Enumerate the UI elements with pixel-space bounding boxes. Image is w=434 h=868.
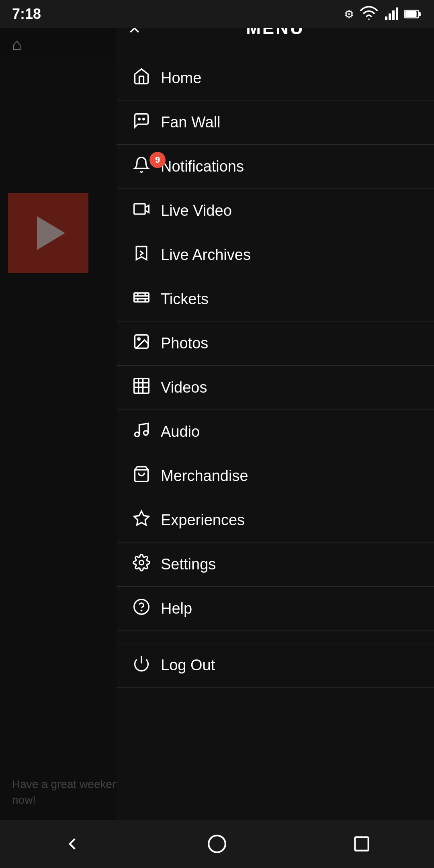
home-button[interactable] (193, 828, 241, 860)
menu-item-experiences[interactable]: Experiences (117, 498, 434, 542)
status-icons: ⚙ (344, 5, 422, 23)
menu-item-help-label: Help (161, 600, 192, 617)
svg-point-30 (134, 600, 149, 614)
svg-rect-20 (134, 379, 149, 393)
home-icon (133, 68, 161, 89)
menu-item-help[interactable]: Help (117, 587, 434, 631)
menu-item-live-archives-label: Live Archives (161, 246, 251, 264)
svg-rect-11 (134, 293, 149, 302)
menu-item-live-video-label: Live Video (161, 202, 232, 219)
menu-item-home[interactable]: Home (117, 56, 434, 100)
menu-item-merchandise[interactable]: Merchandise (117, 454, 434, 498)
fan-wall-icon (133, 112, 161, 133)
menu-item-logout[interactable]: Log Out (117, 643, 434, 688)
help-icon (133, 598, 161, 619)
menu-item-notifications[interactable]: 9 Notifications (117, 145, 434, 189)
menu-item-experiences-label: Experiences (161, 512, 245, 529)
menu-item-audio-label: Audio (161, 423, 200, 440)
svg-point-8 (143, 119, 145, 120)
settings-menu-icon (133, 554, 161, 575)
audio-icon (133, 421, 161, 442)
back-button[interactable] (48, 828, 96, 860)
power-icon (133, 655, 161, 676)
svg-rect-5 (419, 12, 421, 16)
menu-item-tickets-label: Tickets (161, 291, 209, 308)
signal-icon (384, 7, 398, 21)
status-time: 7:18 (12, 6, 41, 23)
svg-rect-34 (355, 837, 368, 850)
menu-item-home-label: Home (161, 70, 201, 87)
svg-rect-1 (389, 14, 391, 20)
battery-icon (404, 8, 422, 20)
svg-rect-2 (392, 10, 395, 20)
svg-point-7 (139, 119, 140, 120)
menu-item-merchandise-label: Merchandise (161, 467, 248, 485)
menu-item-photos-label: Photos (161, 335, 208, 352)
menu-item-settings[interactable]: Settings (117, 542, 434, 587)
svg-point-19 (138, 338, 140, 340)
wifi-icon (360, 5, 378, 23)
menu-items-list: Home Fan Wall 9 Notifications (117, 56, 434, 631)
svg-point-25 (135, 432, 139, 437)
svg-rect-0 (385, 16, 387, 20)
menu-item-videos[interactable]: Videos (117, 366, 434, 410)
menu-item-photos[interactable]: Photos (117, 321, 434, 366)
menu-item-settings-label: Settings (161, 556, 216, 573)
menu-item-fan-wall-label: Fan Wall (161, 114, 221, 131)
svg-rect-6 (405, 11, 416, 17)
menu-item-notifications-label: Notifications (161, 158, 244, 175)
svg-rect-3 (396, 8, 398, 20)
svg-marker-28 (134, 511, 149, 525)
menu-item-fan-wall[interactable]: Fan Wall (117, 100, 434, 145)
svg-rect-9 (134, 204, 145, 214)
svg-point-29 (139, 561, 144, 565)
menu-item-live-video[interactable]: Live Video (117, 189, 434, 233)
svg-point-26 (144, 431, 148, 435)
status-bar: 7:18 ⚙ (0, 0, 434, 28)
settings-status-icon: ⚙ (344, 8, 354, 21)
tickets-icon (133, 289, 161, 310)
menu-item-tickets[interactable]: Tickets (117, 277, 434, 321)
svg-point-33 (209, 835, 225, 852)
notification-badge: 9 (149, 152, 166, 168)
menu-item-logout-label: Log Out (161, 657, 215, 674)
overlay-dim (0, 0, 117, 868)
menu-item-live-archives[interactable]: Live Archives (117, 233, 434, 277)
live-video-icon (133, 200, 161, 221)
menu-item-audio[interactable]: Audio (117, 410, 434, 454)
live-archives-icon (133, 244, 161, 266)
menu-panel: × MENU Home Fan Wall (117, 0, 434, 868)
menu-item-videos-label: Videos (161, 379, 207, 396)
photos-icon (133, 333, 161, 354)
videos-icon (133, 377, 161, 398)
merchandise-icon (133, 465, 161, 487)
experiences-icon (133, 510, 161, 531)
bottom-nav (0, 820, 434, 868)
recents-button[interactable] (338, 828, 386, 860)
svg-marker-10 (136, 247, 147, 260)
